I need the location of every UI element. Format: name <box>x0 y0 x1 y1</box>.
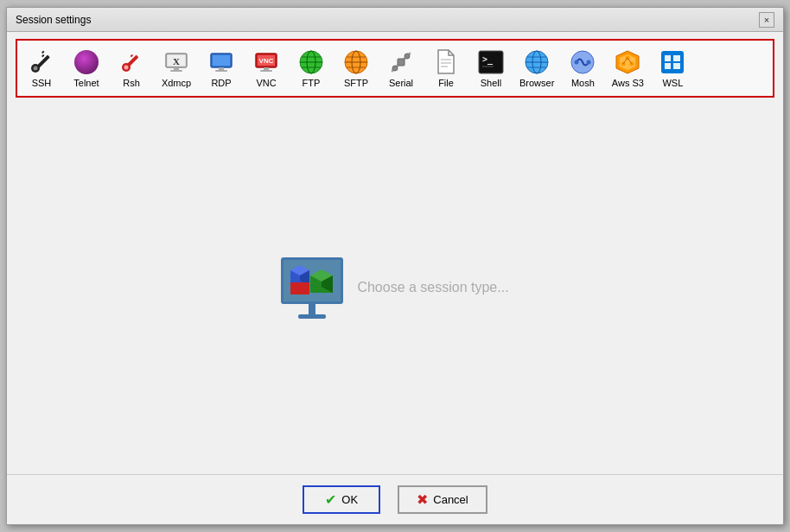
file-icon <box>432 48 460 76</box>
check-icon: ✔ <box>325 491 336 508</box>
svg-rect-35 <box>398 59 405 66</box>
svg-rect-12 <box>174 67 179 70</box>
monitor-icon <box>281 257 343 319</box>
svg-text:VNC: VNC <box>259 57 274 65</box>
toolbar-item-rdp[interactable]: RDP <box>199 44 244 92</box>
file-label: File <box>438 78 454 88</box>
session-settings-dialog: Session settings × SSH Telnet <box>6 7 784 525</box>
toolbar-item-telnet[interactable]: Telnet <box>64 44 109 92</box>
svg-rect-4 <box>41 51 45 54</box>
svg-point-49 <box>575 60 579 65</box>
cancel-label: Cancel <box>433 493 468 506</box>
toolbar-item-browser[interactable]: Browser <box>513 44 560 92</box>
sftp-icon <box>342 48 370 76</box>
svg-rect-22 <box>260 70 272 72</box>
telnet-icon <box>73 48 100 76</box>
svg-rect-69 <box>290 282 309 294</box>
vnc-label: VNC <box>256 78 276 88</box>
toolbar-item-mosh[interactable]: Mosh <box>560 44 605 92</box>
browser-label: Browser <box>519 78 554 88</box>
svg-rect-16 <box>219 67 224 70</box>
serial-icon <box>387 48 415 76</box>
toolbar-item-serial[interactable]: Serial <box>379 44 424 92</box>
ssh-icon <box>28 48 55 76</box>
svg-rect-63 <box>673 63 680 69</box>
x-circle-icon: ✖ <box>417 491 428 508</box>
svg-rect-62 <box>665 63 672 69</box>
svg-rect-8 <box>131 54 134 58</box>
toolbar-item-aws-s3[interactable]: Aws S3 <box>605 44 650 92</box>
ok-label: OK <box>341 493 358 506</box>
svg-rect-15 <box>213 55 230 66</box>
toolbar-item-vnc[interactable]: VNC VNC <box>244 44 289 92</box>
svg-rect-3 <box>41 54 45 58</box>
toolbar-item-sftp[interactable]: SFTP <box>334 44 379 92</box>
svg-rect-21 <box>264 67 269 70</box>
content-area: Choose a session type... <box>7 101 783 474</box>
session-type-toolbar: SSH Telnet Rsh <box>16 39 774 98</box>
session-placeholder: Choose a session type... <box>281 257 508 319</box>
svg-rect-61 <box>673 55 680 61</box>
toolbar-item-rsh[interactable]: Rsh <box>109 44 154 92</box>
svg-point-7 <box>124 66 129 70</box>
rsh-label: Rsh <box>123 78 140 88</box>
ftp-icon <box>297 48 325 76</box>
xdmcp-icon: X <box>162 48 190 76</box>
title-bar: Session settings × <box>7 8 783 32</box>
monitor-stand <box>309 304 315 314</box>
svg-point-50 <box>587 60 591 65</box>
cancel-button[interactable]: ✖ Cancel <box>398 485 487 514</box>
svg-text:X: X <box>173 56 180 66</box>
ok-button[interactable]: ✔ OK <box>303 485 380 514</box>
wsl-label: WSL <box>662 78 683 88</box>
svg-text:>_: >_ <box>482 54 494 65</box>
rsh-icon <box>118 48 145 76</box>
monitor-screen <box>281 257 343 304</box>
toolbar-item-ssh[interactable]: SSH <box>19 44 64 92</box>
svg-rect-17 <box>215 70 227 72</box>
shell-icon: >_ <box>477 48 505 76</box>
toolbar-item-shell[interactable]: >_ Shell <box>468 44 513 92</box>
toolbar-item-xdmcp[interactable]: X Xdmcp <box>154 44 199 92</box>
dialog-title: Session settings <box>16 14 91 26</box>
browser-icon <box>523 48 551 76</box>
sftp-label: SFTP <box>344 78 368 88</box>
monitor-base <box>298 314 326 319</box>
aws-s3-icon <box>614 48 641 76</box>
shell-label: Shell <box>481 78 501 88</box>
xdmcp-label: Xdmcp <box>162 78 191 88</box>
svg-rect-13 <box>170 70 182 72</box>
placeholder-text: Choose a session type... <box>357 280 508 295</box>
ssh-label: SSH <box>32 78 52 88</box>
telnet-label: Telnet <box>73 78 99 88</box>
toolbar-item-ftp[interactable]: FTP <box>289 44 334 92</box>
mosh-icon <box>569 48 596 76</box>
ftp-label: FTP <box>303 78 321 88</box>
wsl-icon <box>659 48 686 76</box>
svg-point-34 <box>392 66 398 71</box>
serial-label: Serial <box>389 78 413 88</box>
aws-s3-label: Aws S3 <box>612 78 644 88</box>
svg-point-2 <box>34 66 38 71</box>
close-button[interactable]: × <box>759 12 774 28</box>
svg-point-36 <box>405 54 410 59</box>
toolbar-item-file[interactable]: File <box>424 44 468 92</box>
rdp-label: RDP <box>211 78 231 88</box>
svg-rect-60 <box>665 55 672 61</box>
vnc-icon: VNC <box>252 48 280 76</box>
dialog-footer: ✔ OK ✖ Cancel <box>7 474 783 524</box>
mosh-label: Mosh <box>571 78 595 88</box>
toolbar-item-wsl[interactable]: WSL <box>650 44 695 92</box>
rdp-icon <box>207 48 235 76</box>
